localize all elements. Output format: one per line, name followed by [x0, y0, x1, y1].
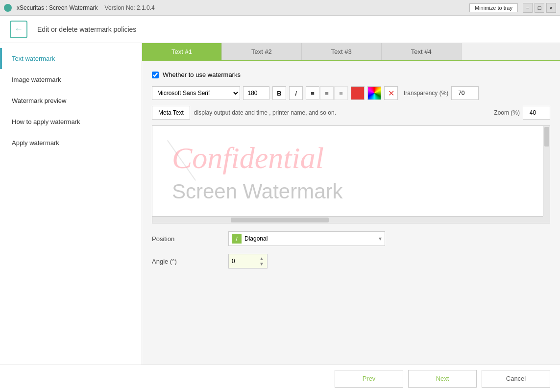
use-watermark-row: Whether to use watermarks [152, 71, 550, 78]
preview-scrollbar-vertical[interactable] [543, 126, 550, 216]
font-toolbar-row: Microsoft Sans Serif B I ≡ ≡ ≡ ✕ transpa… [152, 86, 550, 100]
scrollbar-thumb-horizontal [231, 218, 329, 222]
preview-container: Confidential Screen Watermark [152, 125, 550, 223]
zoom-group: Zoom (%) [494, 106, 550, 120]
color-red-button[interactable] [351, 86, 365, 100]
tab-bar: Text #1 Text #2 Text #3 Text #4 [142, 43, 560, 61]
sidebar-item-apply-watermark[interactable]: Apply watermark [0, 132, 142, 153]
use-watermark-label: Whether to use watermarks [163, 71, 241, 78]
meta-text-row: Meta Text display output date and time ,… [152, 106, 550, 120]
minimize-to-tray-button[interactable]: Minimize to tray [469, 3, 518, 12]
maximize-button[interactable]: □ [535, 3, 544, 13]
clear-format-button[interactable]: ✕ [384, 86, 398, 100]
angle-input[interactable] [232, 258, 256, 265]
preview-screen-watermark-text: Screen Watermark [172, 180, 343, 203]
use-watermark-checkbox[interactable] [152, 72, 159, 78]
next-button[interactable]: Next [408, 370, 477, 388]
position-value: Diagonal [244, 235, 268, 242]
meta-text-button[interactable]: Meta Text [152, 106, 190, 120]
app-icon [4, 4, 12, 12]
content-area: Text #1 Text #2 Text #3 Text #4 Whether … [142, 43, 560, 365]
page-title: Edit or delete watermark policies [37, 25, 136, 33]
scrollbar-thumb-vertical [544, 127, 549, 147]
footer: Prev Next Cancel [0, 365, 560, 392]
minimize-button[interactable]: − [523, 3, 533, 13]
position-row: Position / Diagonal ▾ [152, 231, 550, 246]
sidebar-item-image-watermark[interactable]: Image watermark [0, 69, 142, 90]
back-button[interactable]: ← [10, 21, 27, 38]
angle-row: Angle (°) ▲▼ [152, 254, 550, 269]
header: ← Edit or delete watermark policies [0, 16, 560, 43]
tab-text3[interactable]: Text #3 [302, 43, 382, 60]
sidebar-item-text-watermark[interactable]: Text watermark [0, 48, 142, 69]
tab-text1[interactable]: Text #1 [142, 43, 222, 60]
close-button[interactable]: × [546, 3, 556, 13]
meta-description: display output date and time , printer n… [194, 109, 336, 116]
align-right-button[interactable]: ≡ [334, 86, 348, 100]
tab-text4[interactable]: Text #4 [382, 43, 462, 60]
transparency-label: transparency (%) [404, 90, 448, 97]
app-version: Version No: 2.1.0.4 [105, 4, 155, 11]
title-bar: xSecuritas : Screen Watermark Version No… [0, 0, 560, 16]
align-group: ≡ ≡ ≡ [306, 86, 348, 100]
align-left-button[interactable]: ≡ [306, 86, 319, 100]
sidebar-item-watermark-preview[interactable]: Watermark preview [0, 90, 142, 111]
zoom-input[interactable] [523, 106, 550, 120]
transparency-group: transparency (%) [404, 86, 479, 100]
font-family-select[interactable]: Microsoft Sans Serif [152, 86, 240, 100]
zoom-label: Zoom (%) [494, 109, 520, 116]
app-name: xSecuritas : Screen Watermark [17, 4, 98, 11]
preview-confidential-text: Confidential [172, 141, 324, 175]
window-controls: − □ × [523, 3, 556, 13]
main-layout: Text watermark Image watermark Watermark… [0, 43, 560, 365]
sidebar: Text watermark Image watermark Watermark… [0, 43, 142, 365]
scrollbar-corner [543, 216, 550, 223]
sidebar-item-how-to-apply[interactable]: How to apply watermark [0, 111, 142, 132]
color-picker-button[interactable] [367, 86, 381, 100]
font-size-input[interactable] [243, 86, 269, 100]
position-select-wrap[interactable]: / Diagonal ▾ [228, 231, 385, 246]
position-diagonal-icon: / [232, 234, 242, 244]
transparency-input[interactable] [451, 86, 479, 100]
preview-scrollbar-horizontal[interactable] [152, 216, 543, 223]
position-label: Position [152, 235, 220, 243]
bold-button[interactable]: B [272, 86, 286, 100]
angle-input-wrap: ▲▼ [228, 254, 268, 269]
prev-button[interactable]: Prev [335, 370, 403, 388]
align-center-button[interactable]: ≡ [320, 86, 334, 100]
content-inner: Whether to use watermarks Microsoft Sans… [142, 61, 560, 365]
angle-label: Angle (°) [152, 258, 220, 265]
cancel-button[interactable]: Cancel [482, 370, 550, 388]
italic-button[interactable]: I [289, 86, 303, 100]
tab-text2[interactable]: Text #2 [222, 43, 302, 60]
